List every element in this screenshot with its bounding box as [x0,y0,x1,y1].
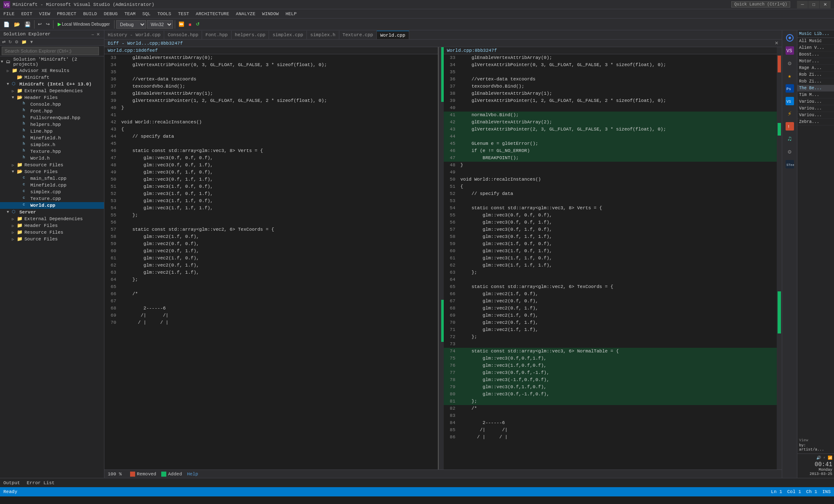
menu-item-window[interactable]: WINDOW [259,11,282,17]
tree-node-main-sfml-cpp[interactable]: c main_sfml.cpp [0,175,104,182]
tree-node-console-hpp[interactable]: h Console.hpp [0,101,104,108]
tree-node-minefield-h[interactable]: h Minefield.h [0,135,104,141]
menu-item-edit[interactable]: EDIT [18,11,35,17]
tab-texture-cpp[interactable]: Texture.cpp [339,31,377,39]
tree-node-minefield-cpp[interactable]: c Minefield.cpp [0,182,104,189]
vs-icon[interactable]: VS [784,45,796,56]
diff-close-button[interactable]: ✕ [775,40,778,46]
tree-node-world-cpp[interactable]: c World.cpp [0,202,104,209]
open-file-button[interactable]: 📂 [12,20,22,29]
settings-icon[interactable]: ⚙ [784,57,796,69]
right-pane-content[interactable]: 33 glEnableVertexAttribArray(0); 34 glVe… [444,54,777,469]
tree-node-resource-files[interactable]: ▷ 📁 Resource Files [0,162,104,168]
menu-item-tools[interactable]: TOOLS [154,11,175,17]
orange-icon[interactable]: ⚡ [784,108,796,120]
tree-node-source-files[interactable]: ▼ 📂 Source Files [0,168,104,175]
right-scroll-bar[interactable] [777,47,782,469]
chrome-icon[interactable] [784,32,796,44]
tree-node-simplex-cpp[interactable]: c simplex.cpp [0,189,104,195]
se-close-button[interactable]: ✕ [96,32,101,37]
restart-debug-button[interactable]: ↺ [194,20,201,29]
ps-icon[interactable]: Ps [784,83,796,94]
attach-debugger-button[interactable]: ⏩ [177,20,186,29]
tree-node-advisor[interactable]: ▷ 📁 Advisor XE Results [0,67,104,74]
output-tab[interactable]: Output [3,480,20,485]
menu-item-team[interactable]: TEAM [121,11,139,17]
gear2-icon[interactable]: ⚙ [784,146,796,157]
tree-node-ext-deps[interactable]: ▷ 📁 External Dependencies [0,88,104,94]
menu-item-debug[interactable]: DEBUG [100,11,121,17]
tree-node-server[interactable]: ▼ ⬡ Server [0,209,104,216]
red-icon[interactable]: ! [784,120,796,132]
tree-node-texture-hpp[interactable]: h Texture.hpp [0,148,104,155]
game-icon[interactable]: ★ [784,70,796,82]
se-showallfiles-button[interactable]: 📁 [20,39,28,45]
tree-node-header-files[interactable]: ▼ 📂 Header Files [0,94,104,101]
tree-node-solution[interactable]: ▼ 🗂 Solution 'MiniCraft' (2 projects) [0,56,104,67]
tree-node-server-sources[interactable]: ▷ 📁 Source Files [0,236,104,243]
rp-zebra[interactable]: Zebra... [797,119,834,125]
stop-debug-button[interactable]: ■ [187,20,193,29]
rp-variou-3[interactable]: Variou... [797,112,834,119]
teal-icon[interactable]: ♫ [784,133,796,145]
steam-icon[interactable]: STeam [784,158,796,170]
menu-item-file[interactable]: FILE [0,11,18,17]
se-properties-button[interactable]: ⚙ [13,39,20,45]
tree-node-server-headers[interactable]: ▷ 📁 Header Files [0,222,104,229]
tree-node-fullscreen-hpp[interactable]: h FullscreenQuad.hpp [0,115,104,121]
tree-node-server-resources[interactable]: ▷ 📁 Resource Files [0,229,104,236]
menu-item-view[interactable]: VIEW [36,11,53,17]
tree-node-font-hpp[interactable]: h Font.hpp [0,108,104,115]
tree-node-line-hpp[interactable]: h Line.hpp [0,128,104,135]
rp-rob-zi-2[interactable]: Rob Zi... [797,78,834,85]
se-filter-button[interactable]: ▼ [28,39,35,45]
menu-item-help[interactable]: HELP [282,11,300,17]
platform-dropdown[interactable]: Win32 x64 [147,20,173,29]
tab-world-cpp[interactable]: World.cpp [377,31,409,39]
menu-item-build[interactable]: BUILD [80,11,100,17]
vscode-blue-icon[interactable]: VS [784,95,796,107]
rp-tim-m[interactable]: Tim M... [797,92,834,99]
tree-node-helpers-hpp[interactable]: h helpers.hpp [0,121,104,128]
diff-help-link[interactable]: Help [187,472,198,477]
rp-variou-1[interactable]: Variou... [797,99,834,105]
tab-helpers-cpp[interactable]: helpers.cpp [232,31,269,39]
tree-node-simplex-h[interactable]: h simplex.h [0,141,104,148]
se-sync-button[interactable]: ⇄ [1,39,7,45]
error-list-tab[interactable]: Error List [27,480,55,485]
quick-launch[interactable]: Quick Launch (Ctrl+Q) [731,1,790,8]
se-refresh-button[interactable]: ↻ [7,39,13,45]
menu-item-project[interactable]: PROJECT [53,11,80,17]
save-button[interactable]: 💾 [23,20,32,29]
rp-variou-2[interactable]: Variou... [797,105,834,112]
new-project-button[interactable]: 📄 [2,20,11,29]
redo-button[interactable]: ↪ [44,20,51,29]
rp-alien[interactable]: Alien V... [797,45,834,51]
maximize-button[interactable]: □ [808,1,819,8]
minimize-button[interactable]: ─ [797,1,808,8]
tree-node-server-extdeps[interactable]: ▷ 📁 External Dependencies [0,216,104,222]
rp-all-music[interactable]: All Music [797,38,834,45]
config-dropdown[interactable]: Debug Release [116,20,146,29]
menu-item-test[interactable]: TEST [175,11,192,17]
tree-node-texture-cpp[interactable]: c Texture.cpp [0,195,104,202]
tree-node-world-h[interactable]: h World.h [0,155,104,162]
tree-node-minicraft-project[interactable]: ▼ ⬡ MiniCraft (Intel C++ 13.0) [0,81,104,88]
menu-item-sql[interactable]: SQL [139,11,154,17]
tab-simplex-cpp[interactable]: simplex.cpp [269,31,307,39]
tree-node-minicraft-folder[interactable]: 📂 MiniCraft [0,74,104,81]
rp-the-be[interactable]: The Be... [797,85,834,92]
left-pane-content[interactable]: 33 glEnableVertexAttribArray(0); 34 glVe… [104,54,438,469]
menu-item-architecture[interactable]: ARCHITECTURE [192,11,232,17]
rp-motor[interactable]: Motor... [797,58,834,65]
undo-button[interactable]: ↩ [36,20,43,29]
menu-item-analyze[interactable]: ANALYZE [232,11,258,17]
tab-font-hpp[interactable]: Font.hpp [202,31,232,39]
rp-rob-zi-1[interactable]: Rob Zi... [797,72,834,78]
tab-simplex-h[interactable]: simplex.h [307,31,339,39]
rp-boost[interactable]: Boost... [797,51,834,58]
start-debug-button[interactable]: ▶ Local Windows Debugger [55,20,112,29]
close-button[interactable]: ✕ [820,1,831,8]
se-collapse-button[interactable]: – [91,32,95,37]
tab-console-hpp[interactable]: Console.hpp [164,31,202,39]
